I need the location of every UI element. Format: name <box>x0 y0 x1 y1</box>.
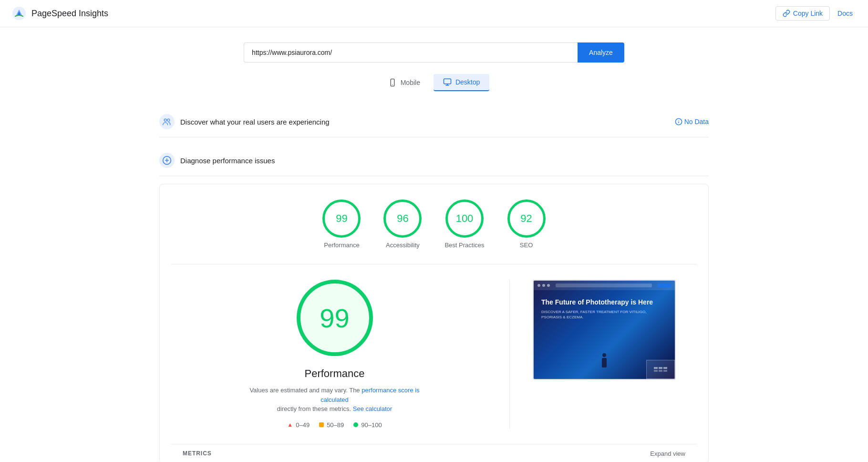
detail-right: The Future of Phototherapy is Here DISCO… <box>533 280 685 380</box>
detail-divider <box>509 280 510 429</box>
topbar-dot-1 <box>537 284 540 287</box>
legend-fail-icon: ▲ <box>287 421 293 428</box>
device-tabs: Mobile Desktop <box>159 74 709 91</box>
accessibility-circle: 96 <box>383 200 422 238</box>
legend-average-range: 50–89 <box>327 421 344 429</box>
expand-view-button[interactable]: Expand view <box>650 450 685 457</box>
accessibility-label: Accessibility <box>386 242 420 249</box>
topbar-url-bar <box>556 284 652 287</box>
r4 <box>654 370 658 372</box>
logo: PageSpeed Insights <box>11 6 108 21</box>
metrics-label: METRICS <box>183 450 212 457</box>
silhouette-figure <box>602 353 607 368</box>
score-best-practices[interactable]: 100 Best Practices <box>444 200 484 249</box>
legend-fail: ▲ 0–49 <box>287 421 310 429</box>
seo-value: 92 <box>520 212 532 225</box>
legend-pass-range: 90–100 <box>361 421 382 429</box>
accessibility-value: 96 <box>397 212 408 225</box>
copy-link-button[interactable]: Copy Link <box>775 6 830 21</box>
screenshot-topbar <box>534 281 675 290</box>
diagnose-icon <box>159 153 175 168</box>
detail-left: 99 Performance Values are estimated and … <box>183 280 486 429</box>
scores-card: 99 Performance 96 Accessibility 100 Best… <box>159 184 709 462</box>
screenshot-report-btn <box>646 360 675 379</box>
link-icon <box>783 10 790 17</box>
desktop-icon <box>443 78 452 86</box>
screenshot-preview: The Future of Phototherapy is Here DISCO… <box>533 280 676 380</box>
screenshot-content: The Future of Phototherapy is Here DISCO… <box>534 290 675 328</box>
report-grid <box>654 367 667 372</box>
legend-row: ▲ 0–49 50–89 90–100 <box>287 421 382 429</box>
legend-fail-range: 0–49 <box>296 421 310 429</box>
score-seo[interactable]: 92 SEO <box>507 200 546 249</box>
seo-circle: 92 <box>507 200 546 238</box>
tab-desktop[interactable]: Desktop <box>434 74 489 91</box>
pagespeed-icon <box>11 6 27 21</box>
svg-rect-3 <box>444 79 451 84</box>
r3 <box>663 367 667 369</box>
svg-point-4 <box>164 119 166 121</box>
calc-link[interactable]: See calculator <box>353 405 392 412</box>
real-users-section: Discover what your real users are experi… <box>159 106 709 137</box>
svg-point-5 <box>167 119 170 121</box>
legend-pass: 90–100 <box>353 421 382 429</box>
score-performance[interactable]: 99 Performance <box>322 200 361 249</box>
real-users-icon <box>159 114 175 129</box>
tab-mobile[interactable]: Mobile <box>379 74 430 91</box>
tab-mobile-label: Mobile <box>401 79 420 86</box>
r1 <box>654 367 658 369</box>
docs-link[interactable]: Docs <box>834 7 857 20</box>
performance-circle: 99 <box>322 200 361 238</box>
detail-desc-text: Values are estimated and may vary. The <box>249 387 360 394</box>
legend-average: 50–89 <box>319 421 344 429</box>
screenshot-heading: The Future of Phototherapy is Here <box>541 298 667 306</box>
r6 <box>663 370 667 372</box>
header-actions: Copy Link Docs <box>775 6 857 21</box>
seo-label: SEO <box>520 242 533 249</box>
legend-pass-icon <box>353 422 358 427</box>
copy-link-label: Copy Link <box>793 10 823 17</box>
legend-average-icon <box>319 422 324 427</box>
diagnose-title: Diagnose performance issues <box>180 157 275 165</box>
real-users-left: Discover what your real users are experi… <box>159 114 330 129</box>
r2 <box>659 367 662 369</box>
screenshot-sub: DISCOVER A SAFER, FASTER TREATMENT FOR V… <box>541 309 667 320</box>
diagnose-banner: Diagnose performance issues <box>159 145 709 176</box>
scores-row: 99 Performance 96 Accessibility 100 Best… <box>171 200 697 264</box>
r5 <box>659 370 662 372</box>
topbar-dot-3 <box>547 284 550 287</box>
topbar-dot-2 <box>542 284 545 287</box>
real-users-title: Discover what your real users are experi… <box>180 118 330 126</box>
no-data-label: No Data <box>684 118 709 126</box>
main-content: Analyze Mobile Desktop <box>148 27 720 462</box>
url-bar-row: Analyze <box>159 42 709 63</box>
best-practices-value: 100 <box>456 212 474 225</box>
no-data-link[interactable]: No Data <box>675 118 709 126</box>
detail-title: Performance <box>305 368 365 380</box>
big-score-circle: 99 <box>297 280 373 356</box>
mobile-icon <box>388 78 397 87</box>
best-practices-circle: 100 <box>445 200 484 238</box>
analyze-button[interactable]: Analyze <box>578 42 624 63</box>
diagnose-left: Diagnose performance issues <box>159 153 275 168</box>
svg-point-2 <box>392 84 393 85</box>
figure-head <box>602 353 606 357</box>
big-score-value: 99 <box>320 303 349 334</box>
detail-description: Values are estimated and may vary. The p… <box>244 386 425 414</box>
header: PageSpeed Insights Copy Link Docs <box>0 0 868 27</box>
topbar-contact-btn <box>658 284 671 287</box>
url-input[interactable] <box>244 42 578 63</box>
figure-body <box>602 358 607 368</box>
best-practices-label: Best Practices <box>444 242 484 249</box>
diagnose-section: Diagnose performance issues 99 Performan… <box>159 145 709 462</box>
detail-desc-text2: directly from these metrics. <box>277 405 351 412</box>
tab-desktop-label: Desktop <box>455 78 480 86</box>
performance-value: 99 <box>336 212 347 225</box>
performance-label: Performance <box>324 242 359 249</box>
score-accessibility[interactable]: 96 Accessibility <box>383 200 422 249</box>
logo-text: PageSpeed Insights <box>31 9 108 19</box>
detail-section: 99 Performance Values are estimated and … <box>171 264 697 444</box>
info-icon <box>675 118 682 126</box>
metrics-footer: METRICS Expand view <box>171 444 697 462</box>
